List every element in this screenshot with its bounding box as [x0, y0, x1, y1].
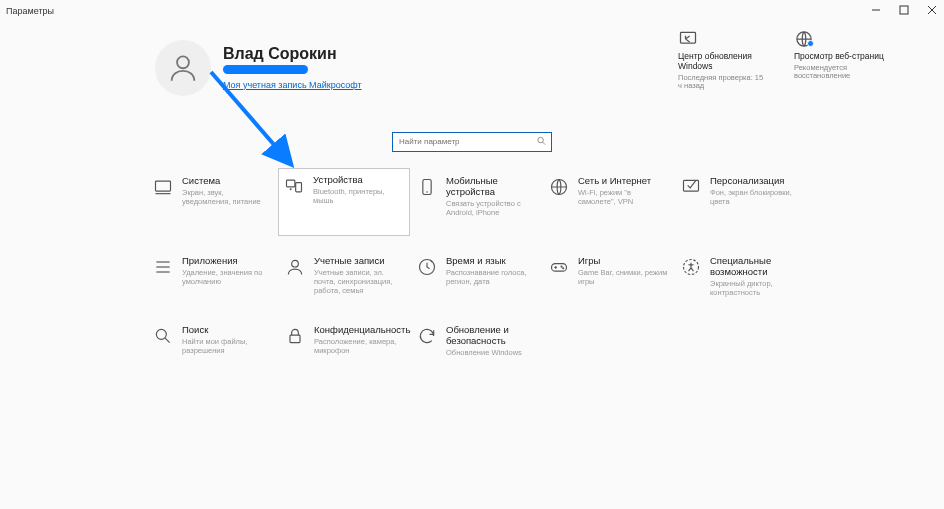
titlebar: Параметры: [0, 0, 944, 22]
update-icon: [416, 325, 438, 347]
globe-icon: [794, 28, 884, 50]
tile-time-language[interactable]: Время и языкРаспознавание голоса, регион…: [412, 250, 540, 303]
tile-apps[interactable]: ПриложенияУдаление, значения по умолчани…: [148, 250, 276, 303]
svg-rect-24: [552, 264, 567, 272]
sync-icon: [678, 28, 768, 50]
svg-rect-12: [287, 180, 295, 187]
devices-icon: [283, 175, 305, 197]
svg-rect-13: [296, 183, 302, 192]
tile-title: Игры: [578, 256, 668, 267]
person-icon: [284, 256, 306, 278]
status-sub: Последняя проверка: 15 ч назад: [678, 74, 768, 91]
tile-title: Конфиденциальность: [314, 325, 410, 336]
accessibility-icon: [680, 256, 702, 278]
search-box[interactable]: [392, 130, 552, 152]
tile-search[interactable]: ПоискНайти мои файлы, разрешения: [148, 319, 276, 363]
tile-ease-of-access[interactable]: Специальные возможностиЭкранный диктор, …: [676, 250, 804, 303]
tile-desc: Удаление, значения по умолчанию: [182, 268, 272, 286]
tile-title: Устройства: [313, 175, 405, 186]
tile-desc: Учетные записи, эл. почта, синхронизация…: [314, 268, 404, 295]
account-email-redacted: [223, 65, 308, 74]
globe-icon: [548, 176, 570, 198]
tile-phone[interactable]: Мобильные устройстваСвязать устройство с…: [412, 170, 540, 234]
paint-icon: [680, 176, 702, 198]
tile-desc: Обновление Windows: [446, 348, 536, 357]
svg-point-4: [177, 56, 189, 68]
tile-desc: Экран, звук, уведомления, питание: [182, 188, 272, 206]
tile-title: Обновление и безопасность: [446, 325, 536, 347]
tile-desc: Game Bar, снимки, режим игры: [578, 268, 668, 286]
status-windows-update[interactable]: Центр обновления Windows Последняя прове…: [678, 28, 768, 91]
tile-update-security[interactable]: Обновление и безопасностьОбновление Wind…: [412, 319, 540, 363]
avatar[interactable]: [155, 40, 211, 96]
account-name: Влад Сорокин: [223, 45, 362, 63]
tile-desc: Bluetooth, принтеры, мышь: [313, 187, 405, 205]
tile-accounts[interactable]: Учетные записиУчетные записи, эл. почта,…: [280, 250, 408, 303]
tile-title: Специальные возможности: [710, 256, 800, 278]
ms-account-link[interactable]: Моя учетная запись Майкрософт: [223, 80, 362, 90]
svg-line-31: [165, 338, 170, 343]
status-title: Просмотр веб-страниц: [794, 52, 884, 62]
status-sub: Рекомендуется восстановление: [794, 64, 884, 81]
svg-point-27: [561, 266, 562, 267]
tile-desc: Фон, экран блокировки, цвета: [710, 188, 800, 206]
search-icon: [152, 325, 174, 347]
svg-line-8: [543, 142, 546, 145]
tile-desc: Связать устройство с Android, iPhone: [446, 199, 536, 217]
search-input[interactable]: [392, 132, 552, 152]
tile-title: Сеть и Интернет: [578, 176, 668, 187]
phone-icon: [416, 176, 438, 198]
clock-globe-icon: [416, 256, 438, 278]
display-icon: [152, 176, 174, 198]
tile-title: Приложения: [182, 256, 272, 267]
tile-desc: Распознавание голоса, регион, дата: [446, 268, 536, 286]
svg-rect-10: [156, 181, 171, 191]
tile-network[interactable]: Сеть и ИнтернетWi-Fi, режим "в самолете"…: [544, 170, 672, 234]
maximize-button[interactable]: [896, 2, 912, 18]
svg-rect-32: [290, 335, 300, 343]
tile-title: Поиск: [182, 325, 272, 336]
tile-privacy[interactable]: КонфиденциальностьРасположение, камера, …: [280, 319, 408, 363]
tile-gaming[interactable]: ИгрыGame Bar, снимки, режим игры: [544, 250, 672, 303]
tile-title: Система: [182, 176, 272, 187]
svg-point-28: [563, 268, 564, 269]
account-header: Влад Сорокин Моя учетная запись Майкросо…: [155, 40, 362, 96]
tile-title: Мобильные устройства: [446, 176, 536, 198]
tile-title: Учетные записи: [314, 256, 404, 267]
lock-icon: [284, 325, 306, 347]
window-title: Параметры: [6, 6, 54, 16]
tile-desc: Экранный диктор, контрастность: [710, 279, 800, 297]
svg-rect-1: [900, 6, 908, 14]
status-browser[interactable]: Просмотр веб-страниц Рекомендуется восст…: [794, 28, 884, 91]
tile-devices[interactable]: УстройстваBluetooth, принтеры, мышь: [279, 169, 409, 235]
svg-point-14: [290, 189, 291, 190]
gamepad-icon: [548, 256, 570, 278]
tile-title: Персонализация: [710, 176, 800, 187]
svg-point-7: [538, 137, 544, 143]
apps-icon: [152, 256, 174, 278]
tile-desc: Найти мои файлы, разрешения: [182, 337, 272, 355]
tile-desc: Wi-Fi, режим "в самолете", VPN: [578, 188, 668, 206]
svg-point-30: [156, 329, 166, 339]
minimize-button[interactable]: [868, 2, 884, 18]
status-title: Центр обновления Windows: [678, 52, 768, 72]
svg-point-22: [292, 260, 299, 267]
search-icon: [536, 135, 547, 146]
tile-title: Время и язык: [446, 256, 536, 267]
settings-grid: СистемаЭкран, звук, уведомления, питание…: [148, 170, 808, 363]
tile-system[interactable]: СистемаЭкран, звук, уведомления, питание: [148, 170, 276, 234]
close-button[interactable]: [924, 2, 940, 18]
tile-personalization[interactable]: ПерсонализацияФон, экран блокировки, цве…: [676, 170, 804, 234]
svg-rect-18: [684, 180, 699, 191]
tile-desc: Расположение, камера, микрофон: [314, 337, 410, 355]
